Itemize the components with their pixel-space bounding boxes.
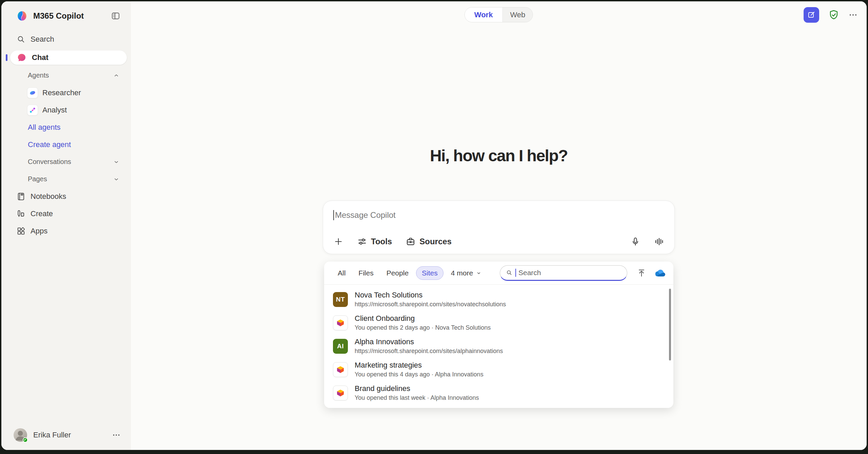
analyst-icon: [27, 105, 38, 116]
chevron-down-icon: [113, 176, 120, 183]
sidebar-section-agents[interactable]: Agents: [1, 67, 131, 84]
sidebar-section-conversations[interactable]: Conversations: [1, 153, 131, 170]
sidebar-item-chat[interactable]: Chat: [10, 50, 127, 65]
sidebar: M365 Copilot Search Ch: [1, 1, 131, 450]
tab-all[interactable]: All: [332, 266, 351, 280]
create-icon: [16, 209, 26, 219]
site-tile: NT: [333, 292, 348, 307]
section-label: Conversations: [28, 158, 113, 166]
app-window: M365 Copilot Search Ch: [1, 1, 867, 450]
chevron-down-icon: [113, 158, 120, 166]
search-placeholder: Search: [518, 269, 541, 277]
result-title: Alpha Innovations: [355, 337, 503, 346]
sidebar-header: M365 Copilot: [1, 1, 131, 30]
active-indicator: [6, 54, 7, 61]
more-options-icon[interactable]: [112, 431, 121, 439]
more-options-icon[interactable]: [848, 10, 858, 20]
tab-sites[interactable]: Sites: [416, 266, 443, 280]
sources-label: Sources: [419, 237, 452, 246]
search-results-panel: All Files People Sites 4 more Search: [324, 262, 673, 408]
result-title: Nova Tech Solutions: [355, 291, 506, 300]
web-tab[interactable]: Web: [502, 7, 533, 22]
sidebar-item-create[interactable]: Create: [1, 205, 131, 222]
text-caret: [333, 210, 334, 220]
search-results-list: NT Nova Tech Solutions https://microsoft…: [324, 285, 673, 405]
composer-input[interactable]: Message Copilot: [333, 210, 396, 220]
message-composer[interactable]: Message Copilot Tools: [323, 201, 675, 254]
user-account[interactable]: Erika Fuller: [1, 426, 131, 445]
sidebar-item-label: Apps: [31, 227, 120, 235]
user-name: Erika Fuller: [33, 431, 106, 439]
result-row-file[interactable]: Marketing strategies You opened this 4 d…: [324, 358, 673, 381]
site-tile: AI: [333, 339, 348, 354]
sidebar-link-all-agents[interactable]: All agents: [1, 119, 131, 136]
researcher-icon: [27, 87, 38, 98]
result-row-file[interactable]: Brand guidelines You opened this last we…: [324, 381, 673, 405]
sidebar-toggle-icon[interactable]: [111, 11, 121, 21]
section-label: Pages: [28, 175, 113, 183]
result-subtitle: You opened this 4 days ago · Alpha Innov…: [355, 371, 484, 378]
composer-actions: Tools Sources: [333, 235, 664, 248]
sidebar-item-label: Search: [31, 35, 120, 44]
result-title: Marketing strategies: [355, 361, 484, 370]
scrollbar-thumb[interactable]: [669, 289, 671, 360]
presentation-file-icon: [333, 386, 348, 400]
work-tab[interactable]: Work: [465, 7, 503, 22]
avatar: [14, 428, 27, 442]
presentation-file-icon: [333, 362, 348, 377]
tools-icon: [357, 236, 367, 247]
tab-people[interactable]: People: [381, 266, 414, 280]
sidebar-section-pages[interactable]: Pages: [1, 170, 131, 188]
tab-files[interactable]: Files: [353, 266, 379, 280]
chevron-up-icon: [113, 72, 120, 79]
compose-icon: [807, 11, 816, 19]
main-area: Work Web Hi, how can I help?: [131, 1, 867, 450]
result-row-site[interactable]: AI Alpha Innovations https://microsoft.s…: [324, 334, 673, 358]
sources-button[interactable]: Sources: [406, 236, 452, 247]
top-right-actions: [804, 7, 858, 23]
voice-mode-icon[interactable]: [654, 236, 664, 247]
agent-label: Analyst: [42, 106, 67, 115]
tab-more[interactable]: 4 more: [446, 266, 487, 280]
add-attachment-button[interactable]: [333, 236, 343, 247]
app-title: M365 Copilot: [33, 11, 105, 21]
sidebar-item-notebooks[interactable]: Notebooks: [1, 188, 131, 205]
sidebar-item-search[interactable]: Search: [1, 30, 131, 48]
search-input[interactable]: Search: [500, 265, 627, 281]
greeting-heading: Hi, how can I help?: [131, 146, 867, 165]
text-caret: [515, 269, 516, 277]
sidebar-item-chat-wrap: Chat: [10, 50, 127, 65]
shield-check-icon[interactable]: [828, 9, 840, 21]
sidebar-item-apps[interactable]: Apps: [1, 222, 131, 240]
result-subtitle: You opened this 2 days ago · Nova Tech S…: [355, 324, 491, 331]
result-row-file[interactable]: Client Onboarding You opened this 2 days…: [324, 311, 673, 334]
result-title: Client Onboarding: [355, 314, 491, 323]
section-label: Agents: [28, 71, 113, 79]
new-chat-button[interactable]: [804, 7, 819, 23]
search-icon: [16, 35, 26, 44]
result-title: Brand guidelines: [355, 384, 479, 393]
result-row-site[interactable]: NT Nova Tech Solutions https://microsoft…: [324, 288, 673, 311]
work-web-toggle: Work Web: [465, 7, 533, 22]
search-panel-header: All Files People Sites 4 more Search: [324, 262, 673, 285]
result-subtitle: You opened this last week · Alpha Innova…: [355, 394, 479, 401]
sidebar-item-label: Notebooks: [31, 192, 120, 201]
upload-icon[interactable]: [637, 268, 646, 278]
notebooks-icon: [16, 192, 26, 201]
sources-icon: [406, 236, 416, 247]
sidebar-item-analyst[interactable]: Analyst: [1, 101, 131, 119]
copilot-logo-icon: [16, 10, 28, 22]
onedrive-icon[interactable]: [654, 269, 665, 277]
sidebar-item-label: Chat: [32, 53, 48, 62]
tools-button[interactable]: Tools: [357, 236, 392, 247]
sidebar-link-create-agent[interactable]: Create agent: [1, 136, 131, 153]
presentation-file-icon: [333, 315, 348, 330]
agent-label: Researcher: [42, 88, 81, 97]
link-label: Create agent: [28, 140, 71, 149]
sidebar-item-researcher[interactable]: Researcher: [1, 84, 131, 101]
link-label: All agents: [28, 123, 61, 132]
microphone-icon[interactable]: [630, 236, 640, 247]
sidebar-item-label: Create: [31, 209, 120, 218]
result-subtitle: https://microsoft.sharepoint.com/sites/a…: [355, 348, 503, 355]
apps-icon: [16, 226, 26, 236]
